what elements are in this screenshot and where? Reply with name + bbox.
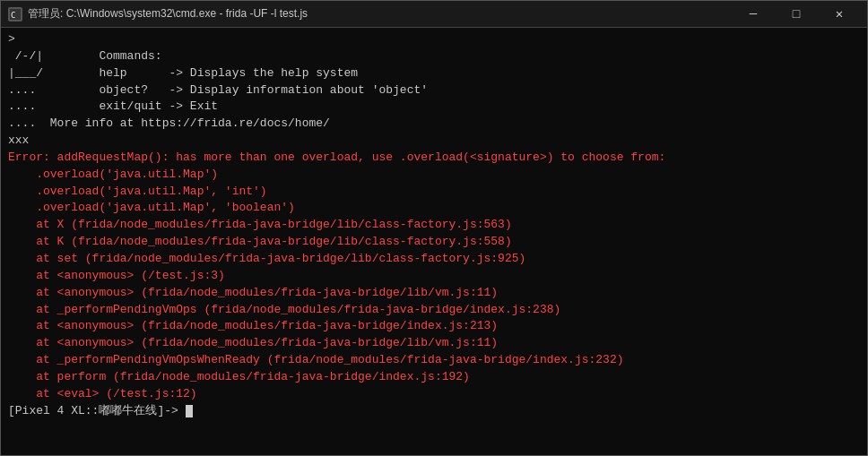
terminal-line: at <anonymous> (/test.js:3) [8, 268, 860, 285]
terminal-line: .overload('java.util.Map', 'boolean') [8, 200, 860, 217]
terminal-line: /-/| Commands: [8, 48, 860, 65]
close-button[interactable]: ✕ [819, 1, 860, 28]
terminal-line: at _performPendingVmOpsWhenReady (frida/… [8, 352, 860, 369]
terminal-output[interactable]: > /-/| Commands:|___/ help -> Displays t… [1, 28, 867, 455]
terminal-line: at X (frida/node_modules/frida-java-brid… [8, 217, 860, 234]
window-title: 管理员: C:\Windows\system32\cmd.exe - frida… [28, 6, 308, 22]
terminal-line: .... More info at https://frida.re/docs/… [8, 116, 860, 133]
terminal-line: > [8, 31, 860, 48]
minimize-button[interactable]: ─ [733, 1, 774, 28]
terminal-line: xxx [8, 133, 860, 150]
cmd-icon: C [8, 7, 22, 22]
terminal-line: at <anonymous> (frida/node_modules/frida… [8, 318, 860, 335]
svg-text:C: C [11, 11, 15, 20]
terminal-line: at K (frida/node_modules/frida-java-brid… [8, 234, 860, 251]
terminal-line: |___/ help -> Displays the help system [8, 65, 860, 82]
terminal-line: at perform (frida/node_modules/frida-jav… [8, 369, 860, 386]
window-controls: ─ □ ✕ [733, 1, 860, 28]
terminal-line: .... object? -> Display information abou… [8, 82, 860, 99]
terminal-line: at set (frida/node_modules/frida-java-br… [8, 251, 860, 268]
title-bar: C 管理员: C:\Windows\system32\cmd.exe - fri… [1, 1, 867, 28]
title-bar-left: C 管理员: C:\Windows\system32\cmd.exe - fri… [8, 6, 308, 22]
terminal-line: .... exit/quit -> Exit [8, 99, 860, 116]
terminal-line: at <anonymous> (frida/node_modules/frida… [8, 285, 860, 302]
cmd-window: C 管理员: C:\Windows\system32\cmd.exe - fri… [0, 0, 868, 456]
terminal-line: .overload('java.util.Map', 'int') [8, 184, 860, 201]
terminal-line: .overload('java.util.Map') [8, 167, 860, 184]
terminal-cursor [186, 405, 193, 417]
terminal-line: [Pixel 4 XL::嘟嘟牛在线]-> [8, 403, 860, 420]
terminal-line: Error: addRequestMap(): has more than on… [8, 150, 860, 167]
terminal-line: at <eval> (/test.js:12) [8, 386, 860, 403]
terminal-line: at <anonymous> (frida/node_modules/frida… [8, 335, 860, 352]
terminal-line: at _performPendingVmOps (frida/node_modu… [8, 302, 860, 319]
maximize-button[interactable]: □ [776, 1, 817, 28]
